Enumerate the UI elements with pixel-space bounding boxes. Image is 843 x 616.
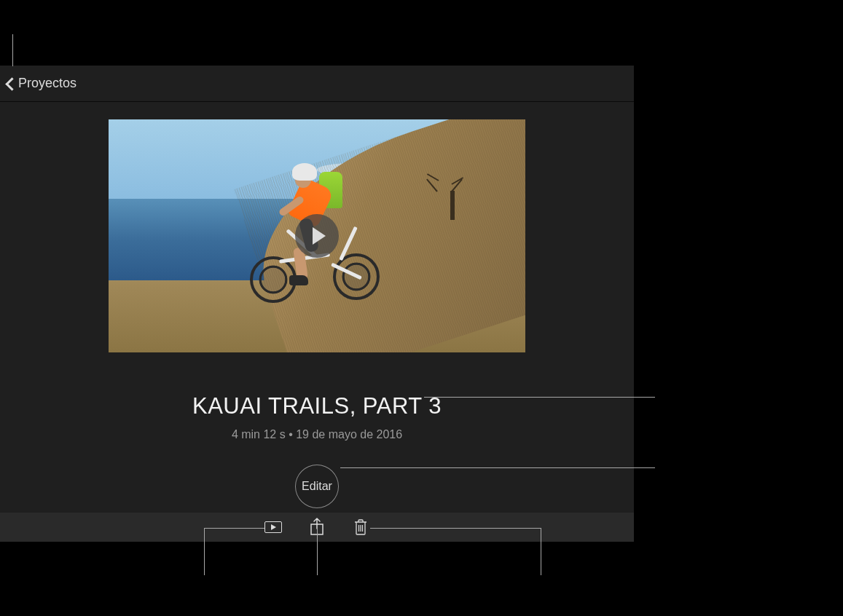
play-rect-icon <box>264 521 282 533</box>
content-area: KAUAI TRAILS, PART 3 4 min 12 s • 19 de … <box>0 102 634 508</box>
back-button[interactable]: Proyectos <box>6 76 77 92</box>
edit-button[interactable]: Editar <box>295 465 339 508</box>
annotation-line <box>204 528 264 529</box>
chevron-left-icon <box>6 76 16 92</box>
project-title[interactable]: KAUAI TRAILS, PART 3 <box>192 393 442 419</box>
header-bar: Proyectos <box>0 66 634 102</box>
project-thumbnail[interactable] <box>109 119 525 352</box>
annotation-line <box>424 397 655 398</box>
edit-label: Editar <box>302 480 332 493</box>
project-meta: 4 min 12 s • 19 de mayo de 2016 <box>232 428 402 441</box>
trash-icon <box>354 519 367 535</box>
play-overlay-button[interactable] <box>295 214 339 258</box>
delete-button[interactable] <box>352 518 369 536</box>
back-label: Proyectos <box>18 76 77 91</box>
annotation-line <box>204 528 205 575</box>
play-fullscreen-button[interactable] <box>264 518 282 536</box>
annotation-line <box>340 467 655 468</box>
annotation-line <box>12 34 13 66</box>
project-detail-panel: Proyectos <box>0 66 634 542</box>
annotation-line <box>541 528 541 575</box>
annotation-line <box>370 528 541 529</box>
annotation-line <box>317 528 318 575</box>
